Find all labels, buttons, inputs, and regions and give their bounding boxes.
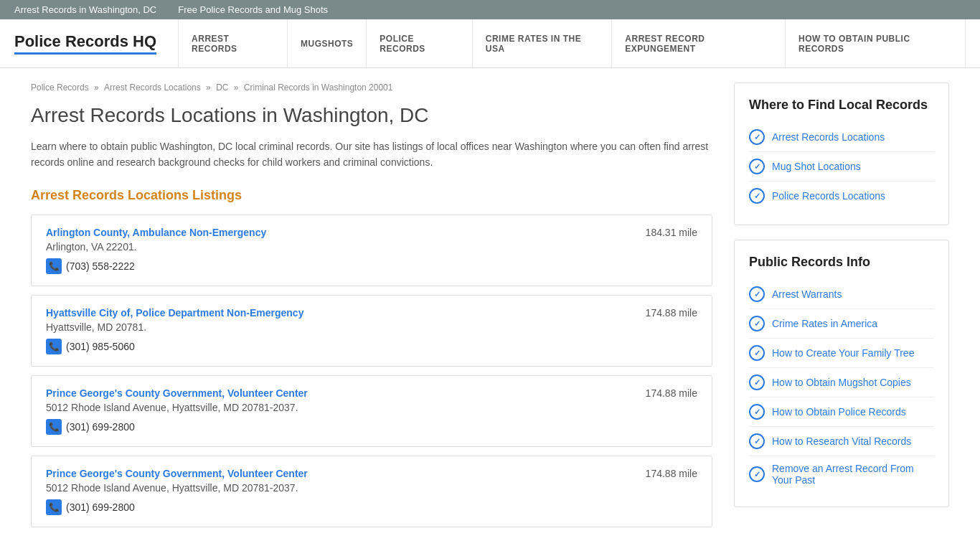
sidebar-links-2-link-3[interactable]: ✓How to Obtain Mugshot Copies — [749, 368, 934, 397]
sidebar-link-label-0: Arrest Records Locations — [772, 131, 885, 143]
check-icon-sidebar-links-2-1: ✓ — [749, 316, 765, 331]
breadcrumb-item-0[interactable]: Police Records — [31, 83, 89, 93]
phone-icon-0: 📞 — [46, 258, 62, 274]
sidebar-box-local-records: Where to Find Local Records ✓Arrest Reco… — [734, 83, 949, 225]
sidebar: Where to Find Local Records ✓Arrest Reco… — [734, 83, 949, 536]
listing-name-3[interactable]: Prince George's County Government, Volun… — [46, 468, 697, 479]
topbar-link-2[interactable]: Free Police Records and Mug Shots — [178, 4, 328, 15]
nav-item-arrest-records[interactable]: ARREST RECORDS — [178, 19, 288, 67]
listing-card-0: 184.31 mileArlington County, Ambulance N… — [31, 215, 712, 286]
sidebar-link-label-4: How to Obtain Police Records — [772, 406, 906, 418]
check-icon-sidebar-links-2-6: ✓ — [749, 466, 765, 482]
listing-phone-row-0: 📞(703) 558-2222 — [46, 258, 697, 274]
listings-container: 184.31 mileArlington County, Ambulance N… — [31, 215, 712, 527]
nav-item-crime-rates-in-the-usa[interactable]: CRIME RATES IN THE USA — [473, 19, 613, 67]
sidebar-link-label-1: Mug Shot Locations — [772, 161, 861, 172]
listing-card-3: 174.88 milePrince George's County Govern… — [31, 456, 712, 527]
nav-item-police-records[interactable]: POLICE RECORDS — [367, 19, 472, 67]
listing-name-0[interactable]: Arlington County, Ambulance Non-Emergenc… — [46, 227, 697, 238]
listing-phone-number-0: (703) 558-2222 — [66, 260, 135, 272]
check-icon-sidebar-links-2-0: ✓ — [749, 286, 765, 302]
sidebar-links-2-link-0[interactable]: ✓Arrest Warrants — [749, 280, 934, 309]
breadcrumb-item-1[interactable]: Arrest Records Locations — [104, 83, 201, 93]
check-icon-sidebar-links-1-0: ✓ — [749, 129, 765, 145]
sidebar-box2-title: Public Records Info — [749, 255, 934, 270]
listing-phone-row-2: 📞(301) 699-2800 — [46, 419, 697, 435]
logo-text: Police Records HQ — [14, 32, 156, 55]
check-icon-sidebar-links-2-5: ✓ — [749, 433, 765, 449]
listing-card-2: 174.88 milePrince George's County Govern… — [31, 375, 712, 447]
listing-address-1: Hyattsville, MD 20781. — [46, 321, 697, 333]
listing-distance-2: 174.88 mile — [646, 387, 697, 399]
listing-phone-row-1: 📞(301) 985-5060 — [46, 339, 697, 354]
breadcrumb-separator: » — [92, 83, 101, 93]
listing-phone-number-3: (301) 699-2800 — [66, 501, 135, 513]
listing-phone-number-1: (301) 985-5060 — [66, 341, 135, 352]
sidebar-links-1-link-0[interactable]: ✓Arrest Records Locations — [749, 123, 934, 152]
sidebar-link-label-3: How to Obtain Mugshot Copies — [772, 377, 911, 388]
nav-item-mugshots[interactable]: MUGSHOTS — [288, 19, 367, 67]
listing-distance-3: 174.88 mile — [646, 468, 697, 479]
sidebar-link-label-5: How to Research Vital Records — [772, 435, 911, 447]
top-bar: Arrest Records in Washington, DC Free Po… — [0, 0, 980, 19]
sidebar-links-2-link-4[interactable]: ✓How to Obtain Police Records — [749, 397, 934, 427]
logo[interactable]: Police Records HQ — [14, 19, 178, 67]
phone-icon-3: 📞 — [46, 499, 62, 515]
listing-address-2: 5012 Rhode Island Avenue, Hyattsville, M… — [46, 402, 697, 413]
sidebar-link-label-0: Arrest Warrants — [772, 288, 842, 300]
sidebar-links-1-link-2[interactable]: ✓Police Records Locations — [749, 182, 934, 210]
breadcrumb: Police Records » Arrest Records Location… — [31, 83, 712, 93]
description: Learn where to obtain public Washington,… — [31, 138, 712, 171]
sidebar-link-label-2: How to Create Your Family Tree — [772, 347, 914, 359]
check-icon-sidebar-links-1-2: ✓ — [749, 188, 765, 204]
breadcrumb-separator: » — [231, 83, 240, 93]
main-nav: ARREST RECORDSMUGSHOTSPOLICE RECORDSCRIM… — [178, 19, 966, 67]
listing-address-3: 5012 Rhode Island Avenue, Hyattsville, M… — [46, 482, 697, 494]
sidebar-link-label-1: Crime Rates in America — [772, 318, 877, 329]
sidebar-link-label-6: Remove an Arrest Record From Your Past — [772, 463, 934, 486]
listing-phone-row-3: 📞(301) 699-2800 — [46, 499, 697, 515]
sidebar-links-2: ✓Arrest Warrants✓Crime Rates in America✓… — [749, 280, 934, 492]
listing-distance-1: 174.88 mile — [646, 307, 697, 319]
phone-icon-1: 📞 — [46, 339, 62, 354]
sidebar-links-2-link-2[interactable]: ✓How to Create Your Family Tree — [749, 339, 934, 368]
sidebar-links-2-link-6[interactable]: ✓Remove an Arrest Record From Your Past — [749, 456, 934, 492]
breadcrumb-item-2[interactable]: DC — [216, 83, 228, 93]
listing-address-0: Arlington, VA 22201. — [46, 241, 697, 253]
main-content: Police Records » Arrest Records Location… — [31, 83, 712, 536]
check-icon-sidebar-links-1-1: ✓ — [749, 159, 765, 174]
sidebar-links-2-link-5[interactable]: ✓How to Research Vital Records — [749, 427, 934, 456]
sidebar-box1-title: Where to Find Local Records — [749, 98, 934, 113]
header: Police Records HQ ARREST RECORDSMUGSHOTS… — [0, 19, 980, 68]
topbar-link-1[interactable]: Arrest Records in Washington, DC — [14, 4, 156, 15]
breadcrumb-separator: » — [204, 83, 213, 93]
check-icon-sidebar-links-2-2: ✓ — [749, 345, 765, 361]
sidebar-link-label-2: Police Records Locations — [772, 190, 885, 202]
check-icon-sidebar-links-2-4: ✓ — [749, 404, 765, 420]
listing-phone-number-2: (301) 699-2800 — [66, 421, 135, 433]
listing-name-2[interactable]: Prince George's County Government, Volun… — [46, 387, 697, 399]
nav-item-how-to-obtain-public-records[interactable]: HOW TO OBTAIN PUBLIC RECORDS — [786, 19, 966, 67]
sidebar-links-1-link-1[interactable]: ✓Mug Shot Locations — [749, 152, 934, 182]
sidebar-links-1: ✓Arrest Records Locations✓Mug Shot Locat… — [749, 123, 934, 210]
listing-distance-0: 184.31 mile — [646, 227, 697, 238]
page-title: Arrest Records Locations in Washington, … — [31, 104, 712, 127]
sidebar-box-public-records: Public Records Info ✓Arrest Warrants✓Cri… — [734, 240, 949, 507]
content-wrapper: Police Records » Arrest Records Location… — [17, 68, 963, 550]
sidebar-links-2-link-1[interactable]: ✓Crime Rates in America — [749, 309, 934, 339]
nav-item-arrest-record-expungement[interactable]: ARREST RECORD EXPUNGEMENT — [612, 19, 786, 67]
check-icon-sidebar-links-2-3: ✓ — [749, 375, 765, 390]
listing-card-1: 174.88 mileHyattsville City of, Police D… — [31, 295, 712, 367]
listing-name-1[interactable]: Hyattsville City of, Police Department N… — [46, 307, 697, 319]
section-title: Arrest Records Locations Listings — [31, 188, 712, 203]
breadcrumb-item-3[interactable]: Criminal Records in Washington 20001 — [244, 83, 393, 93]
phone-icon-2: 📞 — [46, 419, 62, 435]
